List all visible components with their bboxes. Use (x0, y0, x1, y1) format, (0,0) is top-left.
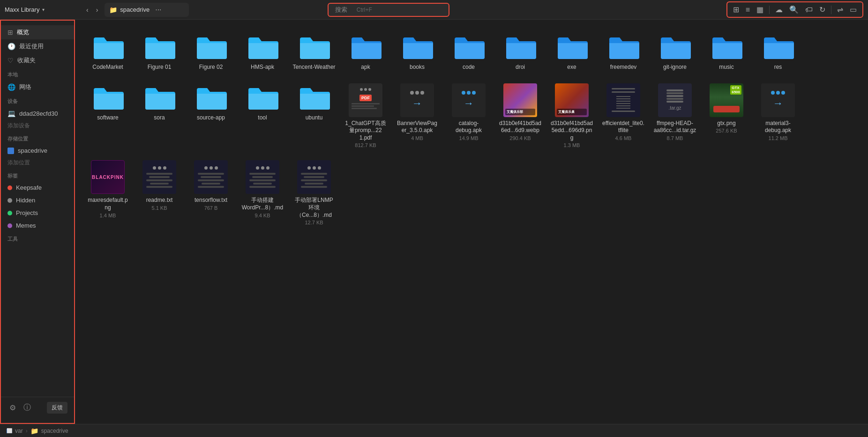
file-item-apk[interactable]: apk (342, 29, 389, 75)
folder-icon-exe (555, 33, 589, 61)
folder-icon-codemarket (91, 33, 125, 61)
info-button[interactable]: ⓘ (22, 401, 33, 415)
file-item-lnmp-md[interactable]: 手动部署LNMP环境（Ce...8）.md 12.7 KB (291, 156, 337, 229)
add-storage-button[interactable]: 添加位置 (1, 157, 74, 169)
pdf-badge: PDF (359, 95, 372, 101)
media-view-button[interactable]: ▦ (754, 3, 766, 16)
sidebar-spacedrive-label: spacedrive (18, 147, 47, 154)
pdf-thumbnail: PDF (349, 83, 382, 117)
status-bar-storage-icon: ⬜ (7, 429, 12, 433)
sidebar-item-favorites[interactable]: ♡ 收藏夹 (1, 53, 74, 67)
file-item-figure02[interactable]: Figure 02 (187, 29, 234, 75)
sidebar-item-tag-keepsafe[interactable]: Keepsafe (1, 181, 74, 194)
status-bar-folder-icon: 📁 (30, 427, 38, 435)
search-toolbar-button[interactable]: 🔍 (786, 3, 801, 16)
cloud-button[interactable]: ☁ (772, 3, 786, 16)
file-item-d31b0ef-png[interactable]: 艾魔俱乐巢 d31b0ef41bd5ad5edd...696d9.png 1.3… (548, 80, 595, 152)
memes-label: Memes (16, 222, 36, 229)
file-item-maxresdefault[interactable]: BLACKPINK maxresdefault.png 1.4 MB (84, 156, 131, 229)
hidden-dot (7, 198, 12, 203)
file-item-hms-apk[interactable]: HMS-apk (239, 29, 286, 75)
nav-back-button[interactable]: ‹ (83, 4, 91, 15)
img-thumbnail-png: 艾魔俱乐巢 (555, 83, 589, 117)
filesize-readme-txt: 5.1 KB (151, 205, 167, 211)
filename-readme-txt: readme.txt (146, 197, 173, 204)
sidebar-item-tag-hidden[interactable]: Hidden (1, 194, 74, 207)
top-bar: Maxx Library ▾ ‹ › 📁 spacedrive ··· 搜索 C… (0, 0, 868, 20)
file-item-exe[interactable]: exe (548, 29, 595, 75)
file-item-music[interactable]: music (703, 29, 750, 75)
folder-icon-books (400, 33, 434, 61)
settings-button[interactable]: ⚙ (7, 401, 18, 414)
sidebar-item-tag-projects[interactable]: Projects (1, 207, 74, 219)
toolbar-area: ⊞ ≡ ▦ ☁ 🔍 🏷 ↻ ⇌ ▭ (726, 1, 863, 18)
file-item-sora[interactable]: sora (136, 80, 183, 152)
material3-arrow-icon: → (773, 97, 783, 110)
sidebar-item-tag-memes[interactable]: Memes (1, 219, 74, 232)
file-item-wordpress-md[interactable]: 手动搭建WordPr...8）.md 9.4 KB (239, 156, 286, 229)
tag-toolbar-button[interactable]: 🏷 (802, 4, 816, 16)
filesize-gtx-png: 257.6 KB (716, 128, 737, 133)
main-layout: ⊞ 概览 🕐 最近使用 ♡ 收藏夹 本地 🌐 网络 设备 💻 ddad28ecf… (0, 20, 868, 424)
folder-icon-figure02 (194, 33, 228, 61)
file-item-tencent-weather[interactable]: Tencent-Weather (291, 29, 337, 75)
img-thumbnail-car: GTX6500 (710, 83, 743, 117)
sidebar-item-network[interactable]: 🌐 网络 (1, 80, 74, 94)
filesize-lnmp-md: 12.7 KB (305, 220, 323, 225)
file-item-d31b0ef-webp[interactable]: 艾魔俱乐部 d31b0ef41bd5ad6ed...6d9.webp 290.4… (497, 80, 544, 152)
archive-thumbnail: .tar.gz (658, 83, 692, 117)
file-item-res[interactable]: res (755, 29, 801, 75)
overview-icon: ⊞ (7, 29, 13, 36)
filename-tensorflow-txt: tensorflow.txt (195, 197, 227, 204)
file-item-tool[interactable]: tool (239, 80, 286, 152)
file-item-ffmpeg-tar[interactable]: .tar.gz ffmpeg-HEAD-aa86cc...id.tar.gz 8… (651, 80, 698, 152)
add-device-button[interactable]: 添加设备 (1, 120, 74, 132)
file-item-code[interactable]: code (445, 29, 492, 75)
txt-thumbnail-tensorflow (194, 160, 228, 194)
file-item-figure01[interactable]: Figure 01 (136, 29, 183, 75)
keepsafe-dot (7, 185, 12, 190)
folder-icon-tool (246, 83, 279, 111)
file-item-git-ignore[interactable]: git-ignore (651, 29, 698, 75)
sidebar-item-device[interactable]: 💻 ddad28ecfd30 (1, 107, 74, 120)
file-item-software[interactable]: software (84, 80, 131, 152)
file-item-catalog-apk[interactable]: → catalog-debug.apk 14.9 MB (445, 80, 492, 152)
sidebar-item-spacedrive[interactable]: spacedrive (1, 144, 74, 157)
grid-view-button[interactable]: ⊞ (730, 3, 742, 16)
file-item-freemedev[interactable]: freemedev (600, 29, 647, 75)
folder-icon-code (452, 33, 486, 61)
filename-droi: droi (516, 64, 525, 71)
sidebar-item-overview[interactable]: ⊞ 概览 (1, 25, 74, 39)
file-item-material3-apk[interactable]: → material3-debug.apk 11.2 MB (755, 80, 801, 152)
file-item-ubuntu[interactable]: ubuntu (291, 80, 337, 152)
filter-button[interactable]: ⇌ (834, 3, 846, 16)
app-dropdown-arrow[interactable]: ▾ (42, 7, 45, 12)
list-view-button[interactable]: ≡ (743, 4, 753, 16)
file-item-efficientdet-tflite[interactable]: efficientdet_lite0.tflite 4.6 MB (600, 80, 647, 152)
filename-bannerview-apk: BannerViewPager_3.5.0.apk (396, 120, 439, 134)
status-bar: ⬜ var › 📁 spacedrive (0, 424, 868, 437)
file-item-bannerview-apk[interactable]: → BannerViewPager_3.5.0.apk 4 MB (394, 80, 441, 152)
folder-icon-droi (503, 33, 537, 61)
nav-forward-button[interactable]: › (93, 4, 101, 15)
sidebar-bottom: ⚙ ⓘ 反馈 (1, 397, 74, 418)
sidebar-network-label: 网络 (19, 83, 31, 91)
filename-code: code (463, 64, 475, 71)
filename-source-app: source-app (197, 114, 225, 122)
file-item-chatgpt-pdf[interactable]: PDF 1_ChatGPT高质量promp...22 1.pdf 812.7 K… (342, 80, 389, 152)
file-item-books[interactable]: books (394, 29, 441, 75)
refresh-button[interactable]: ↻ (816, 3, 828, 16)
file-item-tensorflow-txt[interactable]: tensorflow.txt 767 B (187, 156, 234, 229)
search-box[interactable]: 搜索 Ctrl+F (328, 3, 449, 17)
file-item-readme-txt[interactable]: readme.txt 5.1 KB (136, 156, 183, 229)
breadcrumb-more-button[interactable]: ··· (152, 5, 164, 15)
filesize-chatgpt-pdf: 812.7 KB (355, 142, 376, 148)
panel-button[interactable]: ▭ (847, 3, 860, 16)
feedback-button[interactable]: 反馈 (47, 402, 67, 414)
file-item-gtx-png[interactable]: GTX6500 gtx.png 257.6 KB (703, 80, 750, 152)
file-item-droi[interactable]: droi (497, 29, 544, 75)
file-item-source-app[interactable]: source-app (187, 80, 234, 152)
filesize-d31b0ef-webp: 290.4 KB (509, 135, 531, 141)
sidebar-item-recent[interactable]: 🕐 最近使用 (1, 39, 74, 53)
file-item-codemarket[interactable]: CodeMarket (84, 29, 131, 75)
